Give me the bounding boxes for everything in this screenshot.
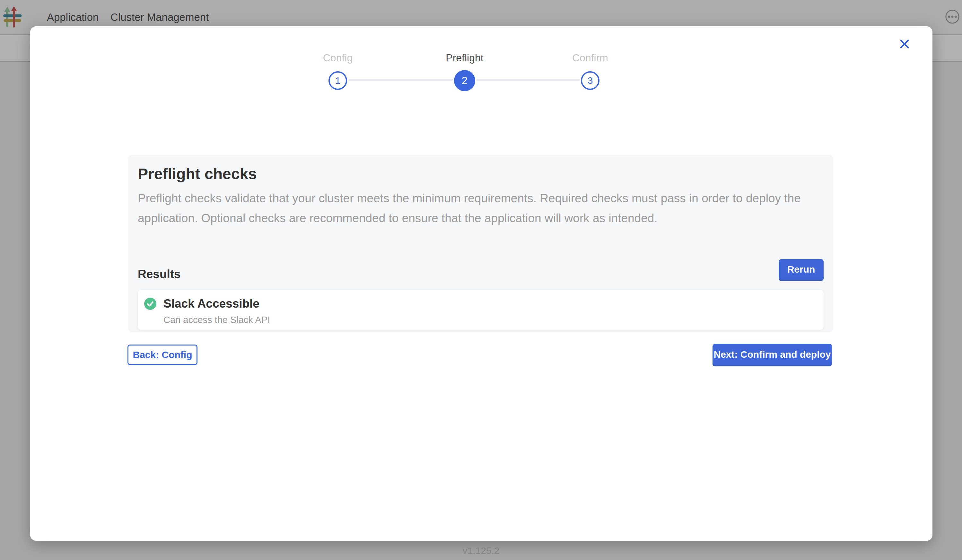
next-confirm-deploy-button[interactable]: Next: Confirm and deploy <box>712 344 832 365</box>
preflight-wizard-modal: Config 1 Preflight 2 Confirm 3 Preflight… <box>30 26 933 541</box>
result-title: Slack Accessible <box>163 297 270 310</box>
preflight-checks-card: Preflight checks Preflight checks valida… <box>128 155 833 332</box>
step-circle: 3 <box>581 71 599 90</box>
step-circle-active: 2 <box>454 70 475 91</box>
step-circle: 1 <box>328 71 347 90</box>
preflight-description: Preflight checks validate that your clus… <box>138 189 823 228</box>
check-circle-icon <box>144 298 157 310</box>
preflight-result-row: Slack Accessible Can access the Slack AP… <box>138 290 823 330</box>
step-label: Preflight <box>426 52 503 64</box>
preflight-title: Preflight checks <box>138 165 823 183</box>
step-label: Confirm <box>552 52 629 64</box>
step-confirm[interactable]: Confirm 3 <box>552 26 629 90</box>
back-config-button[interactable]: Back: Config <box>128 345 197 365</box>
step-preflight[interactable]: Preflight 2 <box>426 26 503 91</box>
step-config[interactable]: Config 1 <box>299 26 376 90</box>
result-text-block: Slack Accessible Can access the Slack AP… <box>163 297 270 325</box>
rerun-button[interactable]: Rerun <box>779 259 823 280</box>
results-header-row: Results Rerun <box>138 259 823 281</box>
wizard-stepper: Config 1 Preflight 2 Confirm 3 <box>30 26 933 129</box>
results-heading: Results <box>138 268 181 281</box>
result-detail: Can access the Slack API <box>163 315 270 325</box>
step-label: Config <box>299 52 376 64</box>
